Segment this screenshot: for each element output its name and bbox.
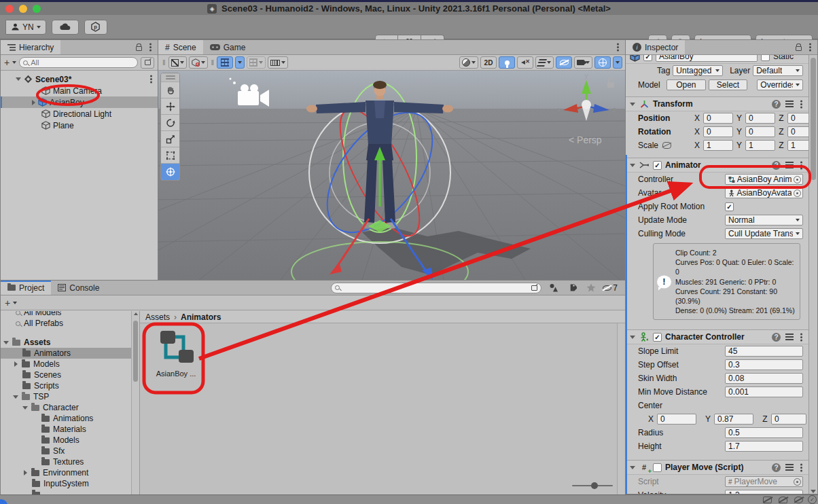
lock-icon[interactable] (796, 46, 802, 51)
tab-scene[interactable]: # Scene (158, 40, 203, 54)
scene-menu-icon[interactable] (150, 78, 152, 80)
tree-scrollbar[interactable] (131, 311, 139, 494)
gizmos-dropdown[interactable] (613, 56, 622, 69)
mute-status-icon[interactable] (763, 497, 772, 503)
tree-row[interactable]: Models (1, 435, 139, 446)
foldout-open-icon[interactable] (630, 336, 635, 339)
content-scrollbar[interactable] (617, 323, 625, 494)
effects-button[interactable] (535, 56, 554, 69)
expander-open-icon[interactable] (22, 406, 28, 410)
render-doodads-button[interactable] (459, 56, 478, 69)
move-tool-button[interactable] (161, 98, 179, 115)
foldout-open-icon[interactable] (630, 466, 635, 469)
center-y-field[interactable]: 0.87 (714, 414, 753, 425)
component-menu-icon[interactable] (800, 164, 802, 166)
tree-row[interactable]: Animations (1, 413, 139, 424)
tag-dropdown[interactable]: Untagged (673, 65, 723, 76)
rect-tool-button[interactable] (161, 147, 179, 164)
project-search-input[interactable] (340, 284, 531, 292)
avatar-object-field[interactable]: AsianBoyAvatar (725, 187, 803, 198)
object-picker-icon[interactable] (794, 190, 801, 197)
expander-closed-icon[interactable] (24, 470, 27, 475)
tree-row[interactable]: Scripts (1, 380, 139, 391)
hand-tool-button[interactable] (161, 82, 179, 98)
tab-inspector[interactable]: i Inspector (626, 40, 685, 54)
expander-closed-icon[interactable] (32, 100, 35, 105)
visibility-toggle-button[interactable] (556, 56, 572, 69)
character-controller-header[interactable]: Character Controller (626, 329, 808, 344)
chevron-down-icon[interactable] (12, 61, 16, 64)
hierarchy-row[interactable]: Directional Light (1, 108, 158, 120)
tools-drag-handle[interactable] (161, 73, 179, 82)
snap-increment-button[interactable] (247, 56, 266, 69)
scale-z-field[interactable]: 1 (787, 140, 808, 151)
object-picker-icon[interactable] (794, 478, 801, 486)
gizmos-button[interactable] (594, 56, 611, 69)
measure-tool-button[interactable] (268, 56, 288, 69)
visibility-muted-icon[interactable] (794, 497, 803, 503)
help-icon[interactable] (772, 463, 781, 472)
shading-mode-button[interactable] (189, 56, 208, 69)
link-scale-icon[interactable] (662, 142, 671, 149)
transform-tool-button[interactable] (161, 164, 179, 180)
static-checkbox[interactable] (761, 55, 770, 61)
position-x-field[interactable]: 0 (703, 113, 733, 124)
search-by-type-button[interactable] (546, 282, 561, 293)
tree-row[interactable]: Scenes (1, 370, 139, 380)
presets-icon[interactable] (785, 101, 794, 107)
hierarchy-popout-button[interactable] (141, 57, 154, 69)
foldout-open-icon[interactable] (630, 103, 635, 106)
tree-row-assets[interactable]: Assets (1, 337, 139, 348)
grid-snap-button[interactable] (217, 56, 233, 69)
culling-mode-dropdown[interactable]: Cull Update Transf (725, 228, 803, 239)
overrides-dropdown[interactable]: Overrides (757, 79, 803, 90)
animator-enabled-checkbox[interactable] (653, 161, 662, 170)
slope-limit-field[interactable]: 45 (725, 346, 803, 357)
presets-icon[interactable] (785, 464, 794, 471)
help-icon[interactable] (772, 100, 781, 109)
component-menu-icon[interactable] (800, 103, 802, 105)
audio-toggle-button[interactable] (517, 56, 533, 69)
tab-game[interactable]: Game (203, 40, 253, 54)
notifications-muted-icon[interactable] (779, 497, 787, 503)
active-checkbox[interactable] (643, 55, 652, 61)
height-field[interactable]: 1.7 (725, 441, 803, 452)
panel-menu-icon[interactable] (149, 46, 152, 48)
chevron-down-icon[interactable] (13, 302, 17, 304)
center-z-field[interactable]: 0 (771, 414, 806, 425)
grid-snap-dropdown[interactable] (235, 56, 245, 69)
add-asset-button[interactable]: + (5, 298, 10, 308)
transform-header[interactable]: Transform (626, 96, 808, 111)
component-menu-icon[interactable] (800, 336, 802, 338)
hierarchy-row-scene[interactable]: Scene03* (1, 73, 158, 85)
radius-field[interactable]: 0.5 (725, 427, 803, 438)
panel-menu-icon[interactable] (809, 46, 811, 48)
add-gameobject-button[interactable]: + (4, 57, 10, 68)
model-select-button[interactable]: Select (709, 79, 748, 90)
expander-open-icon[interactable] (16, 77, 21, 81)
favorites-button[interactable] (584, 282, 599, 293)
apply-root-motion-checkbox[interactable] (725, 202, 734, 211)
position-y-field[interactable]: 0 (745, 113, 775, 124)
position-z-field[interactable]: 0 (787, 113, 808, 124)
tree-row-favorite[interactable]: All Models (1, 311, 139, 318)
rotation-z-field[interactable]: 0 (787, 126, 808, 137)
thumbnail-size-slider[interactable] (572, 482, 613, 489)
scroll-up-icon[interactable] (134, 312, 138, 315)
animator-header[interactable]: Animator (626, 158, 808, 173)
tree-row[interactable]: Models (1, 359, 139, 370)
tree-row[interactable]: Sfx (1, 446, 139, 456)
object-picker-icon[interactable] (794, 176, 801, 183)
project-search[interactable] (331, 283, 541, 293)
plastic-scm-button[interactable]: p (84, 20, 107, 35)
slider-thumb[interactable] (591, 482, 598, 489)
scale-tool-button[interactable] (161, 131, 179, 147)
rotate-tool-button[interactable] (161, 115, 179, 131)
min-move-field[interactable]: 0.001 (725, 386, 803, 397)
expander-open-icon[interactable] (13, 395, 18, 399)
tab-project[interactable]: Project (1, 281, 51, 295)
tree-row-clipped[interactable] (1, 489, 139, 494)
tab-hierarchy[interactable]: Hierarchy (1, 40, 60, 54)
tree-row[interactable]: Textures (1, 456, 139, 467)
scale-x-field[interactable]: 1 (703, 140, 733, 151)
